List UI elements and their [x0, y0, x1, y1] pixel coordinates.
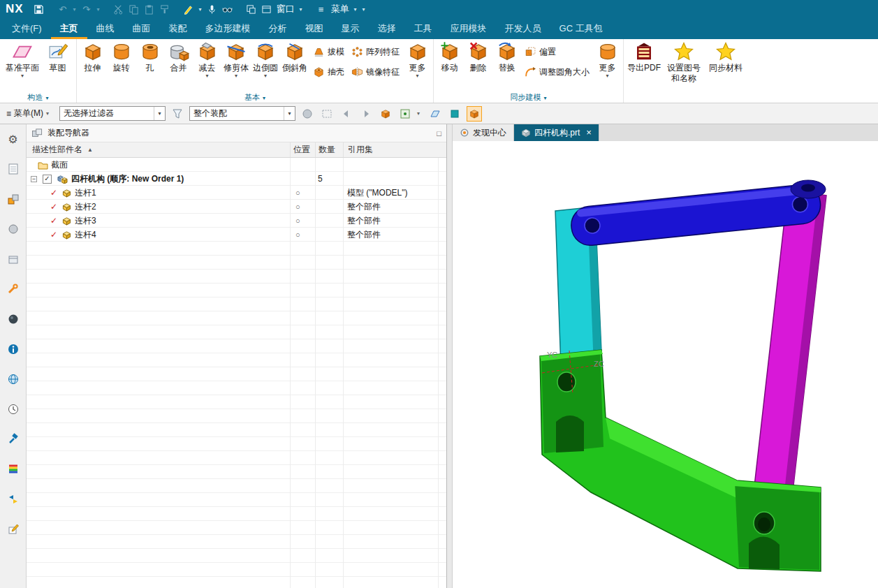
pen-command-icon[interactable]	[182, 2, 196, 16]
link2-loaded-check-icon[interactable]: ✓	[50, 202, 57, 212]
group-basic-caret-icon[interactable]: ▾	[263, 95, 265, 101]
copy-icon[interactable]	[127, 2, 141, 16]
datum-plane-button[interactable]: 基准平面 ▾	[1, 39, 43, 79]
replace-face-button[interactable]: 替换	[492, 39, 521, 73]
chamfer-button[interactable]: 倒斜角	[280, 39, 309, 73]
unite-button[interactable]: 合并	[164, 39, 193, 73]
subtract-button[interactable]: 减去 ▾	[193, 39, 221, 79]
mirror-feature-button[interactable]: 镜像特征	[351, 65, 400, 79]
cascade-windows-icon[interactable]	[244, 2, 258, 16]
extrude-button[interactable]: 拉伸	[78, 39, 107, 73]
info-panel-icon[interactable]	[4, 340, 22, 358]
tree-row-link4[interactable]: ✓ 连杆4 ○ 整个部件	[27, 228, 446, 242]
rectangle-select-icon[interactable]	[319, 106, 335, 122]
select-next-icon[interactable]	[358, 106, 374, 122]
edge-blend-caret-icon[interactable]: ▾	[264, 73, 267, 79]
tab-developer[interactable]: 开发人员	[496, 18, 550, 39]
highlight-toggle-icon[interactable]	[467, 106, 482, 122]
tree-row-section[interactable]: 截面	[27, 158, 446, 172]
voice-command-icon[interactable]	[205, 2, 219, 16]
resize-blend-button[interactable]: 调整圆角大小	[525, 65, 590, 79]
shell-button[interactable]: 抽壳	[313, 65, 344, 79]
trim-body-caret-icon[interactable]: ▾	[235, 73, 237, 79]
format-painter-icon[interactable]	[158, 2, 172, 16]
snap-point-options-icon[interactable]	[397, 106, 413, 122]
tab-selection[interactable]: 选择	[369, 18, 405, 39]
tree-row-link2[interactable]: ✓ 连杆2 ○ 整个部件	[27, 200, 446, 214]
hamburger-icon[interactable]: ≡	[314, 2, 328, 16]
datum-plane-caret-icon[interactable]: ▾	[21, 73, 24, 79]
revolve-button[interactable]: 旋转	[107, 39, 136, 73]
tab-discovery-center[interactable]: 发现中心	[453, 124, 514, 141]
ar-view-icon[interactable]	[221, 2, 235, 16]
tab-view[interactable]: 视图	[296, 18, 332, 39]
selection-scope-caret-icon[interactable]: ▾	[284, 107, 295, 120]
selection-filter-dropdown[interactable]: 无选择过滤器 ▾	[59, 106, 166, 121]
reuse-library-icon[interactable]	[4, 250, 22, 268]
tab-display[interactable]: 显示	[332, 18, 369, 39]
link3-loaded-check-icon[interactable]: ✓	[50, 216, 57, 226]
group-construct-caret-icon[interactable]: ▾	[45, 95, 48, 101]
redo-icon[interactable]: ↷	[80, 2, 94, 16]
redo-caret-icon[interactable]: ▾	[95, 6, 102, 13]
tree-row-assembly-root[interactable]: − ✓ 四杆机构 (顺序: New Order 1) 5	[27, 172, 446, 186]
link2-position-icon[interactable]: ○	[295, 203, 300, 211]
model-canvas[interactable]: YC ZC	[453, 141, 878, 588]
touch-explore-icon[interactable]	[4, 490, 22, 508]
group-sync-label[interactable]: 同步建模▾	[434, 92, 623, 103]
menu-label[interactable]: 菜单	[331, 3, 349, 15]
pen-caret-icon[interactable]: ▾	[197, 6, 204, 13]
close-tab-icon[interactable]: ×	[586, 128, 592, 137]
tab-analysis[interactable]: 分析	[260, 18, 296, 39]
group-basic-label[interactable]: 基本▾	[77, 92, 433, 103]
snap-point-cube-icon[interactable]	[378, 106, 393, 122]
menu-caret-icon[interactable]: ▾	[352, 6, 359, 13]
tree-row-link1[interactable]: ✓ 连杆1 ○ 模型 ("MODEL")	[27, 186, 446, 200]
no-selection-filter-icon[interactable]	[300, 106, 315, 122]
more-basic-button[interactable]: 更多 ▾	[403, 39, 432, 79]
root-checkbox[interactable]: ✓	[43, 175, 52, 184]
selection-filter-caret-icon[interactable]: ▾	[154, 107, 165, 120]
sketch-button[interactable]: 草图	[43, 39, 72, 73]
move-face-button[interactable]: 移动	[435, 39, 464, 73]
window-menu-label[interactable]: 窗口	[277, 3, 295, 15]
draft-button[interactable]: 拔模	[313, 45, 344, 59]
web-browser-icon[interactable]	[4, 370, 22, 388]
collapse-icon[interactable]: −	[31, 176, 37, 182]
save-icon[interactable]	[32, 2, 46, 16]
undo-icon[interactable]: ↶	[56, 2, 70, 16]
tab-assembly[interactable]: 装配	[160, 18, 196, 39]
column-reference-set[interactable]: 引用集	[343, 142, 446, 157]
undo-caret-icon[interactable]: ▾	[71, 6, 78, 13]
paste-icon[interactable]	[142, 2, 156, 16]
link4-position-icon[interactable]: ○	[295, 230, 300, 239]
sync-material-button[interactable]: 同步材料	[705, 39, 747, 73]
tab-gc-toolbox[interactable]: GC 工具包	[550, 18, 612, 39]
tab-surface[interactable]: 曲面	[124, 18, 160, 39]
system-tools-icon[interactable]	[4, 430, 22, 448]
link1-position-icon[interactable]: ○	[295, 189, 300, 197]
tab-tools[interactable]: 工具	[405, 18, 441, 39]
hole-button[interactable]: 孔	[136, 39, 164, 73]
color-palette-icon[interactable]	[4, 460, 22, 478]
shaded-view-icon[interactable]	[447, 106, 462, 122]
part-navigator-icon[interactable]	[4, 160, 22, 178]
history-icon[interactable]	[4, 400, 22, 418]
group-sync-caret-icon[interactable]: ▾	[543, 95, 546, 101]
settings-icon[interactable]: ⚙	[4, 130, 22, 148]
tree-row-link3[interactable]: ✓ 连杆3 ○ 整个部件	[27, 214, 446, 228]
magenta-link[interactable]	[751, 190, 826, 522]
tool-palette-icon[interactable]	[4, 280, 22, 298]
set-drawing-number-button[interactable]: 设置图号 和名称	[663, 39, 705, 83]
menu-button[interactable]: ≡ 菜单(M) ▾	[3, 105, 55, 122]
select-previous-icon[interactable]	[339, 106, 354, 122]
tab-polygon-modeling[interactable]: 多边形建模	[196, 18, 260, 39]
pattern-feature-button[interactable]: 阵列特征	[351, 45, 400, 59]
more-sync-button[interactable]: 更多 ▾	[593, 39, 622, 79]
work-plane-icon[interactable]	[427, 106, 443, 122]
edge-blend-button[interactable]: 边倒圆 ▾	[251, 39, 280, 79]
cut-icon[interactable]	[112, 2, 126, 16]
tab-application-modules[interactable]: 应用模块	[441, 18, 496, 39]
column-quantity[interactable]: 数量	[315, 142, 343, 157]
more-sync-caret-icon[interactable]: ▾	[606, 73, 608, 79]
